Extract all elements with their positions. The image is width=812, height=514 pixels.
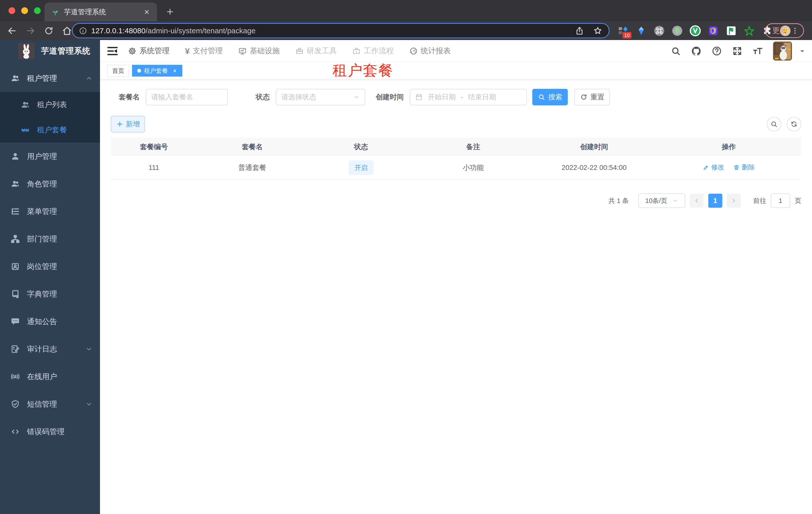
sidebar-item-audit-log[interactable]: 审计日志 [0, 335, 100, 363]
browser-update-button[interactable]: 更新 [765, 23, 804, 38]
sidebar-item-tenant-list[interactable]: 租户列表 [0, 92, 100, 117]
page-size-select[interactable]: 10条/页 [638, 193, 685, 208]
cell-package-id: 111 [111, 164, 197, 172]
sidebar-submenu-tenant: 租户列表 租户套餐 [0, 92, 100, 143]
users-icon [21, 100, 30, 110]
app-header: 系统管理 ¥ 支付管理 基础设施 研发工具 工作流程 统计报表 [100, 40, 812, 62]
search-button[interactable]: 搜索 [532, 89, 568, 105]
filter-create-time: 创建时间 开始日期 - 结束日期 [368, 89, 527, 105]
logo-rabbit-image [18, 43, 34, 59]
extension-green-dot-icon[interactable] [671, 25, 683, 36]
extension-v-icon[interactable] [690, 25, 701, 36]
site-info-icon[interactable] [79, 27, 87, 35]
github-icon[interactable] [691, 46, 701, 56]
page-jumper: 前往 页 [753, 193, 801, 208]
edit-link[interactable]: 修改 [703, 163, 724, 172]
avatar-caret-down-icon[interactable] [799, 47, 806, 55]
nav-item-payment[interactable]: ¥ 支付管理 [185, 46, 223, 56]
page-title-watermark: 租户套餐 [332, 62, 394, 80]
sidebar-item-sms-management[interactable]: 短信管理 [0, 390, 100, 418]
column-header: 状态 [308, 142, 414, 152]
extension-star-icon[interactable] [744, 25, 755, 36]
delete-link[interactable]: 删除 [733, 163, 755, 172]
nav-item-label: 支付管理 [193, 46, 223, 56]
header-actions [670, 42, 806, 60]
nav-item-reports[interactable]: 统计报表 [409, 46, 451, 56]
sidebar-item-role-management[interactable]: 角色管理 [0, 170, 100, 198]
sidebar-item-dept-management[interactable]: 部门管理 [0, 225, 100, 253]
tag-label: 首页 [112, 67, 124, 75]
sidebar-item-tenant-management[interactable]: 租户管理 [0, 64, 100, 92]
nav-item-workflow[interactable]: 工作流程 [352, 46, 394, 56]
extension-pin-icon[interactable]: 10 [617, 25, 629, 36]
nav-item-dev-tools[interactable]: 研发工具 [295, 46, 337, 56]
status-select[interactable]: 请选择状态 [276, 89, 365, 105]
extension-shield-icon[interactable] [707, 25, 719, 36]
nav-item-system[interactable]: 系统管理 [128, 46, 170, 56]
refresh-table-button[interactable] [787, 117, 801, 131]
user-avatar[interactable] [773, 42, 792, 60]
delete-link-label: 删除 [742, 163, 755, 172]
sidebar: 芋道管理系统 租户管理 租户列表 租户套餐 用户管理 角色管理 [0, 40, 100, 514]
forward-button[interactable] [25, 25, 36, 36]
add-button[interactable]: 新增 [111, 116, 145, 132]
window-close-button[interactable] [8, 7, 15, 14]
new-tab-button[interactable] [164, 5, 176, 18]
prev-page-button[interactable] [690, 194, 704, 208]
sidebar-item-notice[interactable]: 通知公告 [0, 308, 100, 335]
sidebar-item-label: 部门管理 [27, 234, 57, 244]
package-name-input[interactable] [146, 89, 228, 105]
browser-tab[interactable]: 芋道管理系统 [45, 2, 157, 21]
extension-gem-icon[interactable] [636, 25, 647, 36]
back-button[interactable] [6, 25, 18, 36]
online-users-icon [10, 372, 20, 381]
filter-package-name: 套餐名 [111, 89, 228, 105]
window-minimize-button[interactable] [21, 7, 28, 14]
next-page-button[interactable] [727, 194, 741, 208]
header-search-icon[interactable] [670, 46, 681, 56]
goto-page-input[interactable] [771, 193, 790, 208]
page-content: 套餐名 状态 请选择状态 创建时间 开始日期 - 结束日期 [100, 89, 812, 208]
toggle-search-button[interactable] [767, 117, 781, 131]
sidebar-item-error-code[interactable]: 错误码管理 [0, 418, 100, 445]
reset-button[interactable]: 重置 [574, 89, 610, 105]
extension-command-icon[interactable] [654, 25, 665, 36]
sidebar-item-user-management[interactable]: 用户管理 [0, 143, 100, 170]
plus-icon [116, 120, 123, 128]
tab-close-icon[interactable] [143, 8, 150, 16]
tag-tenant-package[interactable]: 租户套餐 [132, 65, 182, 77]
app-logo[interactable]: 芋道管理系统 [0, 40, 100, 62]
date-range-picker[interactable]: 开始日期 - 结束日期 [410, 89, 527, 105]
address-bar[interactable]: 127.0.0.1:48080/admin-ui/system/tenant/p… [72, 23, 609, 38]
share-icon[interactable] [575, 26, 584, 35]
sidebar-item-post-management[interactable]: 岗位管理 [0, 253, 100, 280]
table-header-row: 套餐编号 套餐名 状态 备注 创建时间 操作 [111, 138, 801, 156]
browser-menu-dots-icon[interactable] [792, 27, 798, 35]
fullscreen-icon[interactable] [732, 46, 743, 56]
sidebar-item-label: 用户管理 [27, 152, 57, 162]
nav-item-infrastructure[interactable]: 基础设施 [238, 46, 280, 56]
trash-icon [733, 164, 740, 171]
window-zoom-button[interactable] [34, 7, 41, 14]
chevron-down-icon [86, 401, 92, 408]
page-number-button[interactable]: 1 [708, 194, 722, 208]
home-button[interactable] [61, 25, 72, 36]
date-end-placeholder: 结束日期 [468, 92, 496, 102]
sidebar-item-menu-management[interactable]: 菜单管理 [0, 198, 100, 225]
favicon-sprout-icon [51, 8, 59, 16]
extension-flag-icon[interactable] [725, 25, 737, 36]
font-size-icon[interactable] [753, 46, 763, 56]
chevron-left-icon [694, 198, 700, 204]
package-table: 套餐编号 套餐名 状态 备注 创建时间 操作 111 普通套餐 开启 小功能 2… [111, 138, 801, 180]
help-icon[interactable] [712, 46, 722, 56]
tag-home[interactable]: 首页 [108, 65, 129, 77]
sidebar-collapse-icon[interactable] [107, 45, 118, 57]
sidebar-item-dict-management[interactable]: 字典管理 [0, 280, 100, 308]
nav-item-label: 系统管理 [140, 46, 170, 56]
users-icon [10, 74, 20, 83]
sidebar-item-online-users[interactable]: 在线用户 [0, 363, 100, 390]
tag-close-icon[interactable] [172, 68, 177, 74]
bookmark-star-icon[interactable] [593, 26, 603, 36]
sidebar-item-tenant-package[interactable]: 租户套餐 [0, 117, 100, 143]
reload-button[interactable] [44, 26, 54, 36]
